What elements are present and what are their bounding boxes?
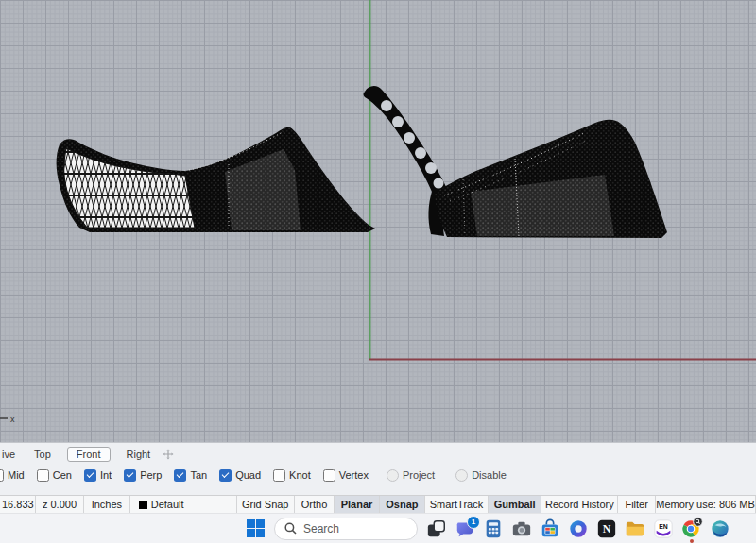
toggle-planar[interactable]: Planar bbox=[335, 496, 380, 513]
toggle-ortho[interactable]: Ortho bbox=[295, 496, 335, 513]
checkbox-mid[interactable] bbox=[0, 469, 4, 482]
windows-taskbar: Search 1 bbox=[0, 513, 756, 543]
checkbox-tan[interactable] bbox=[174, 469, 186, 482]
chrome-icon bbox=[680, 517, 703, 541]
toggle-gumball[interactable]: Gumball bbox=[489, 496, 541, 513]
osnap-tan[interactable]: Tan bbox=[174, 469, 207, 482]
chat-button[interactable]: 1 bbox=[453, 517, 477, 541]
windows-logo-icon bbox=[246, 518, 266, 538]
notion-button[interactable]: N bbox=[594, 517, 619, 541]
viewport-scene: x bbox=[0, 0, 756, 442]
folder-icon bbox=[625, 518, 645, 539]
memory-usage: Memory use: 806 MB bbox=[656, 496, 756, 513]
checkbox-vertex[interactable] bbox=[323, 469, 335, 482]
store-button[interactable] bbox=[538, 517, 562, 541]
coordinate-y: 16.833 bbox=[0, 496, 36, 513]
edge-icon bbox=[710, 518, 730, 539]
axis-x-label: x bbox=[10, 415, 15, 424]
osnap-perp[interactable]: Perp bbox=[124, 469, 162, 482]
osnap-vertex[interactable]: Vertex bbox=[323, 469, 369, 482]
copilot-icon bbox=[568, 518, 589, 539]
checkbox-perp[interactable] bbox=[124, 469, 136, 482]
file-explorer-button[interactable] bbox=[623, 517, 647, 541]
tab-perspective-clipped[interactable]: ive bbox=[0, 448, 18, 461]
coordinate-z: z 0.000 bbox=[36, 496, 84, 513]
toggle-filter[interactable]: Filter bbox=[618, 496, 656, 513]
osnap-knot[interactable]: Knot bbox=[273, 469, 311, 482]
radio-project[interactable] bbox=[387, 469, 399, 482]
task-view-icon bbox=[426, 518, 447, 539]
mesh-object-left[interactable] bbox=[57, 127, 375, 232]
tab-right[interactable]: Right bbox=[124, 448, 154, 461]
chrome-notification-dot bbox=[690, 539, 694, 543]
tab-front[interactable]: Front bbox=[67, 447, 111, 462]
checkbox-knot[interactable] bbox=[273, 469, 285, 482]
osnap-mid[interactable]: Mid bbox=[1, 469, 25, 482]
chrome-button[interactable] bbox=[679, 517, 704, 541]
edge-button[interactable] bbox=[708, 517, 732, 541]
notion-icon: N bbox=[596, 518, 617, 539]
osnap-int[interactable]: Int bbox=[84, 469, 112, 482]
checkbox-quad[interactable] bbox=[219, 469, 232, 482]
search-icon bbox=[284, 522, 297, 535]
toggle-grid-snap[interactable]: Grid Snap bbox=[237, 496, 295, 513]
units-cell[interactable]: Inches bbox=[84, 496, 130, 513]
layer-color-swatch bbox=[139, 501, 147, 509]
viewport-front[interactable]: x bbox=[0, 0, 756, 442]
camera-button[interactable] bbox=[509, 517, 534, 541]
calculator-button[interactable] bbox=[481, 517, 506, 541]
bottom-panel: ive Top Front Right Mid Cen Int Perp Tan… bbox=[0, 442, 756, 495]
search-input[interactable]: Search bbox=[274, 518, 418, 540]
osnap-project[interactable]: Project bbox=[387, 469, 435, 482]
toggle-osnap[interactable]: Osnap bbox=[380, 496, 425, 513]
toggle-smarttrack[interactable]: SmartTrack bbox=[425, 496, 489, 513]
osnap-disable[interactable]: Disable bbox=[455, 469, 507, 482]
chat-notification-badge: 1 bbox=[467, 516, 480, 529]
svg-text:EN: EN bbox=[659, 523, 668, 530]
checkbox-int[interactable] bbox=[84, 469, 96, 482]
svg-text:N: N bbox=[603, 522, 611, 535]
en-app-button[interactable]: EN bbox=[651, 517, 676, 541]
viewport-tab-bar: ive Top Front Right bbox=[0, 443, 756, 465]
start-button[interactable] bbox=[243, 517, 267, 541]
status-bar: 16.833 z 0.000 Inches Default Grid Snap … bbox=[0, 495, 756, 513]
layer-cell[interactable]: Default bbox=[130, 496, 237, 513]
en-app-icon: EN bbox=[653, 518, 674, 539]
calculator-icon bbox=[483, 518, 504, 539]
osnap-cen[interactable]: Cen bbox=[37, 469, 72, 482]
camera-icon bbox=[511, 518, 532, 539]
store-icon bbox=[540, 518, 560, 539]
task-view-button[interactable] bbox=[424, 517, 449, 541]
osnap-toolbar: Mid Cen Int Perp Tan Quad Knot Vertex Pr… bbox=[0, 465, 756, 485]
radio-disable[interactable] bbox=[455, 469, 468, 482]
cplane-axis-indicator: x bbox=[0, 415, 15, 424]
copilot-button[interactable] bbox=[566, 517, 591, 541]
checkbox-cen[interactable] bbox=[37, 469, 49, 482]
osnap-quad[interactable]: Quad bbox=[219, 469, 261, 482]
tab-top[interactable]: Top bbox=[31, 448, 54, 461]
mesh-object-right[interactable] bbox=[364, 86, 668, 238]
tab-pan-icon[interactable] bbox=[163, 449, 174, 460]
toggle-record-history[interactable]: Record History bbox=[541, 496, 618, 513]
